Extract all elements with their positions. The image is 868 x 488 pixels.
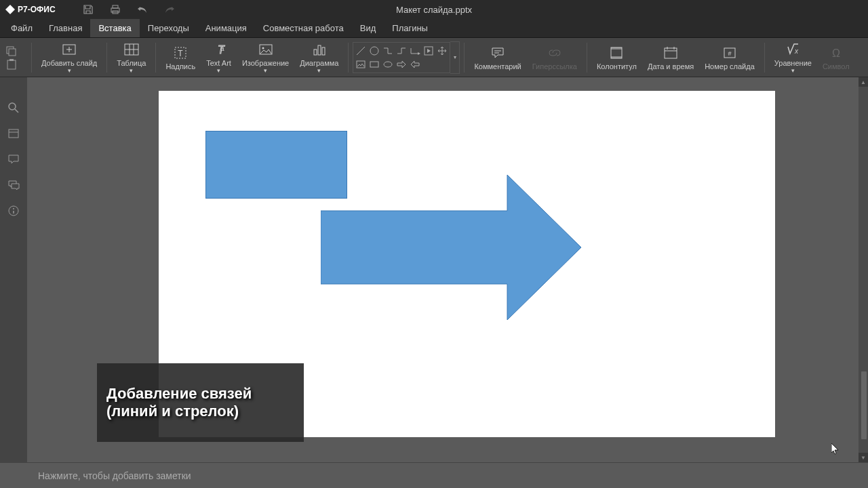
shape-rect-icon[interactable]	[368, 58, 380, 70]
svg-rect-1	[113, 5, 118, 8]
print-icon[interactable]	[110, 4, 121, 15]
svg-point-31	[384, 62, 392, 67]
document-title: Макет слайда.pptx	[396, 5, 472, 15]
scroll-up-icon[interactable]: ▲	[859, 77, 868, 87]
tooltip-line1: Добавление связей	[106, 385, 294, 403]
date-time-button[interactable]: Дата и время	[642, 39, 699, 76]
table-icon	[123, 41, 140, 58]
undo-icon[interactable]	[137, 5, 148, 14]
save-icon[interactable]	[83, 4, 94, 15]
shape-play-icon[interactable]	[422, 45, 435, 57]
equation-icon: x	[785, 41, 801, 58]
svg-rect-23	[322, 47, 325, 55]
redo-icon[interactable]	[164, 5, 175, 14]
copy-icon[interactable]	[5, 45, 18, 56]
shape-imgframe-icon[interactable]	[355, 58, 367, 70]
hyperlink-icon	[547, 45, 563, 61]
help-tooltip: Добавление связей (линий и стрелок)	[97, 363, 304, 442]
canvas-area[interactable]: Добавление связей (линий и стрелок) ▲ ▼	[27, 77, 868, 462]
shape-ellipse-icon[interactable]	[382, 58, 394, 70]
shape-line-icon[interactable]	[355, 45, 367, 57]
logo-icon	[5, 5, 15, 14]
shape-move-icon[interactable]	[436, 45, 448, 57]
shape-arrow-right-icon[interactable]	[395, 58, 408, 70]
chart-icon	[311, 41, 328, 58]
info-icon[interactable]	[7, 205, 20, 217]
symbol-button: Ω Символ	[817, 39, 855, 76]
shape-connector2-icon[interactable]	[395, 45, 408, 57]
svg-line-46	[15, 109, 18, 113]
svg-rect-36	[611, 56, 622, 58]
textbox-button[interactable]: T Надпись	[160, 39, 201, 76]
shape-arrow-left-icon[interactable]	[409, 58, 421, 70]
svg-point-25	[370, 47, 378, 55]
svg-text:T: T	[178, 49, 184, 58]
shape-connector3-icon[interactable]	[409, 45, 421, 57]
left-sidebar	[0, 77, 27, 462]
svg-marker-52	[321, 175, 581, 320]
slide-number-button[interactable]: # Номер слайда	[699, 39, 760, 76]
svg-point-20	[262, 47, 264, 49]
title-bar: Р7-ОФИС Макет слайда.pptx	[0, 0, 868, 19]
svg-rect-30	[370, 62, 378, 67]
menu-plugins[interactable]: Плагины	[384, 19, 436, 37]
header-footer-icon	[608, 45, 625, 61]
table-button[interactable]: Таблица ▾	[111, 39, 151, 76]
svg-point-50	[13, 208, 14, 209]
comment-button[interactable]: Комментарий	[469, 39, 526, 76]
textart-icon: Ta	[211, 41, 227, 58]
comments-panel-icon[interactable]	[7, 153, 20, 165]
svg-rect-5	[9, 49, 16, 56]
shape-circle-icon[interactable]	[368, 45, 380, 57]
mouse-cursor-icon	[831, 443, 840, 455]
menu-animation[interactable]: Анимация	[197, 19, 255, 37]
menu-view[interactable]: Вид	[352, 19, 384, 37]
scroll-down-icon[interactable]: ▼	[859, 453, 868, 462]
paste-icon[interactable]	[5, 59, 18, 70]
svg-rect-7	[9, 59, 14, 61]
svg-rect-37	[665, 48, 677, 58]
shape-dropdown[interactable]: ▾	[450, 41, 460, 74]
app-logo: Р7-ОФИС	[5, 5, 56, 14]
svg-text:#: #	[728, 50, 731, 57]
svg-rect-47	[9, 129, 18, 138]
title-actions	[83, 4, 175, 15]
arrow-shape[interactable]	[321, 175, 581, 320]
notes-bar[interactable]: Нажмите, чтобы добавить заметки	[0, 462, 868, 488]
shape-connector1-icon[interactable]	[382, 45, 394, 57]
menu-file[interactable]: Файл	[3, 19, 41, 37]
header-footer-button[interactable]: Колонтитул	[591, 39, 642, 76]
chart-button[interactable]: Диаграмма ▾	[294, 39, 344, 76]
textart-button[interactable]: Ta Text Art ▾	[201, 39, 237, 76]
menu-home[interactable]: Главная	[41, 19, 90, 37]
notes-placeholder: Нажмите, чтобы добавить заметки	[38, 470, 191, 481]
slides-panel-icon[interactable]	[7, 127, 20, 140]
svg-rect-35	[611, 47, 622, 49]
svg-marker-0	[5, 5, 15, 14]
svg-text:Ω: Ω	[832, 47, 840, 59]
workspace: Добавление связей (линий и стрелок) ▲ ▼	[0, 77, 868, 462]
svg-rect-6	[7, 60, 16, 69]
scroll-thumb[interactable]	[861, 371, 867, 439]
svg-rect-22	[318, 45, 321, 55]
menu-bar: Файл Главная Вставка Переходы Анимация С…	[0, 19, 868, 38]
svg-marker-28	[427, 49, 431, 53]
shape-gallery	[353, 42, 450, 73]
slide-number-icon: #	[722, 45, 738, 61]
textbox-icon: T	[172, 45, 189, 61]
comment-icon	[490, 45, 506, 61]
tooltip-line2: (линий и стрелок)	[106, 403, 294, 420]
chat-panel-icon[interactable]	[7, 179, 20, 191]
svg-rect-29	[357, 61, 365, 68]
menu-collab[interactable]: Совместная работа	[255, 19, 352, 37]
vertical-scrollbar[interactable]: ▲ ▼	[859, 77, 868, 462]
image-button[interactable]: Изображение ▾	[237, 39, 294, 76]
equation-button[interactable]: x Уравнение ▾	[769, 39, 817, 76]
search-icon[interactable]	[7, 102, 20, 114]
svg-marker-26	[418, 52, 420, 55]
menu-insert[interactable]: Вставка	[90, 19, 139, 37]
add-slide-icon	[61, 41, 77, 58]
menu-transitions[interactable]: Переходы	[140, 19, 197, 37]
hyperlink-button: Гиперссылка	[527, 39, 583, 76]
add-slide-button[interactable]: Добавить слайд ▾	[36, 39, 102, 76]
